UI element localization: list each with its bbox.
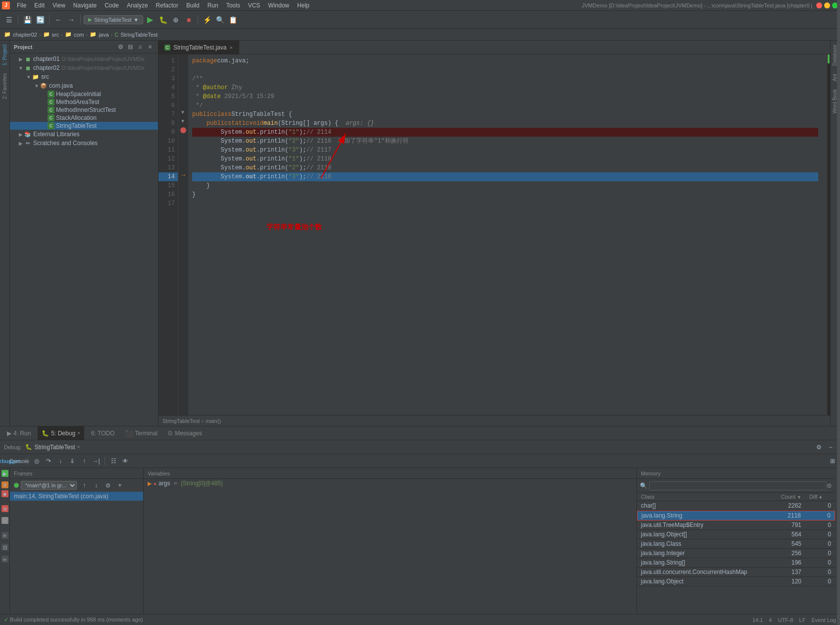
stop-button[interactable]: ■ [183,14,195,26]
menu-window[interactable]: Window [264,0,293,10]
breadcrumb-src[interactable]: src [52,32,59,38]
panel-gear-btn[interactable]: ⚙ [116,43,124,51]
run-to-cursor-btn[interactable]: →| [91,456,102,467]
memory-row-chm[interactable]: java.util.concurrent.ConcurrentHashMap 1… [637,568,835,577]
tree-item-methodarea[interactable]: ▶ C MethodAreaTest [10,98,158,106]
frame-filter-btn[interactable]: ⊘ [103,480,113,491]
frame-up-btn[interactable]: ↑ [79,480,90,491]
status-linesep[interactable]: LF [799,617,806,623]
fold-btn-7[interactable]: ▼ [178,109,185,115]
memory-row-treemap[interactable]: java.util.TreeMap$Entry 791 0 [637,521,835,530]
tree-item-methodinner[interactable]: ▶ C MethodInnerStructTest [10,106,158,114]
memory-row-class[interactable]: java.lang.Class 545 0 [637,539,835,549]
editor-scrollbar[interactable] [822,54,827,415]
status-indent[interactable]: 4 [769,617,772,623]
toolbar-back-btn[interactable]: ← [52,14,64,26]
menu-tools[interactable]: Tools [222,0,244,10]
menu-edit[interactable]: Edit [30,0,49,10]
bottom-tab-run[interactable]: ▶ 4: Run [3,426,35,440]
get-thread-dump-btn[interactable]: ≡ [1,532,8,539]
breadcrumb-com[interactable]: com [74,32,84,38]
tree-item-src[interactable]: ▼ 📁 src [10,72,158,81]
step-into-btn[interactable]: ↓ [55,456,66,467]
left-tab-favorites[interactable]: 2: Favorites [1,69,8,103]
thread-selector[interactable]: *main*@1 in gr... [21,481,77,490]
left-tab-project[interactable]: 1: Project [1,41,8,69]
step-out-btn[interactable]: ↑ [79,456,90,467]
tree-item-stackalloc[interactable]: ▶ C StackAllocation [10,114,158,122]
panel-close-btn[interactable]: × [146,43,154,51]
toolbar-sync-btn[interactable]: 🔄 [34,14,46,26]
menu-run[interactable]: Run [204,0,222,10]
debug-button[interactable]: 🐛 [157,14,169,26]
tree-item-chapter01[interactable]: ▶ ◼ chapter01 D:\IdeaProject\IdeaProject… [10,54,158,63]
run-configuration-selector[interactable]: ▶ StringTableTest ▼ [84,15,143,24]
bottom-tab-terminal[interactable]: ⬛ Terminal [121,426,161,440]
status-eventlog[interactable]: Event Log [811,617,836,623]
mute-breakpoints-btn[interactable]: ○ [1,517,8,524]
var-item-args[interactable]: ▶ ● args = {String[0]@485} [144,479,636,488]
fold-btn-8[interactable]: ▼ [178,118,185,124]
memory-view-btn[interactable]: ⊞ [827,456,838,467]
menu-navigate[interactable]: Navigate [69,0,101,10]
menu-build[interactable]: Build [182,0,204,10]
toolbar-btn-6[interactable]: 🔍 [214,14,226,26]
bottom-tab-todo[interactable]: 6: TODO [87,426,119,440]
tree-item-scratches[interactable]: ▶ ✏ Scratches and Consoles [10,139,158,148]
evaluate-btn[interactable]: ☷ [108,456,119,467]
settings-btn2[interactable]: ∞ [1,556,8,563]
menu-view[interactable]: View [49,0,69,10]
memory-row-objectarr[interactable]: java.lang.Object[] 564 0 [637,530,835,539]
step-over-btn[interactable]: ↷ [43,456,54,467]
debug-session-tab[interactable]: 🐛 StringTableTest × [25,444,80,451]
memory-row-string[interactable]: java.lang.String 2118 0 [637,511,835,521]
toolbar-btn-5[interactable]: ⚡ [201,14,213,26]
debug-settings-btn[interactable]: ⚙ [813,442,824,453]
tree-item-comjava[interactable]: ▼ 📦 com.java [10,81,158,90]
tree-item-extlibs[interactable]: ▶ 📚 External Libraries [10,130,158,139]
editor-tab-stringtable[interactable]: C StringTableTest.java × [158,41,239,54]
breadcrumb-chapter02[interactable]: chapter02 [13,32,37,38]
restore-layout-btn[interactable]: ⊡ [1,544,8,551]
memory-row-char[interactable]: char[] 2262 0 [637,501,835,511]
menu-help[interactable]: Help [293,0,314,10]
debug-session-close[interactable]: × [77,444,80,450]
panel-settings-btn[interactable]: ≡ [136,43,144,51]
panel-layout-btn[interactable]: ⊟ [126,43,134,51]
toolbar-save-btn[interactable]: 💾 [21,14,33,26]
toolbar-menu-btn[interactable]: ☰ [3,14,15,26]
console-tab[interactable]: Console [14,456,25,467]
frame-add-btn[interactable]: + [114,480,125,491]
memory-row-object[interactable]: java.lang.Object 120 0 [637,577,835,586]
memory-row-integer[interactable]: java.lang.Integer 256 0 [637,549,835,558]
memory-search-input[interactable] [649,481,827,490]
menu-refactor[interactable]: Refactor [152,0,182,10]
status-position[interactable]: 14:1 [752,617,763,623]
status-encoding[interactable]: UTF-8 [778,617,793,623]
force-step-into-btn[interactable]: ⇓ [67,456,78,467]
toolbar-forward-btn[interactable]: → [65,14,77,26]
tree-item-chapter02[interactable]: ▼ ◼ chapter02 D:\IdeaProject\IdeaProject… [10,63,158,72]
memory-settings-btn[interactable]: ⚙ [827,482,832,489]
breakpoint-9[interactable] [180,127,186,133]
bottom-tab-messages[interactable]: 0: Messages [164,426,206,440]
bottom-tab-debug[interactable]: 🐛 5: Debug × [38,426,84,440]
breadcrumb-class[interactable]: StringTableTest [120,32,158,38]
debug-tab-close[interactable]: × [77,430,80,436]
menu-file[interactable]: File [13,0,30,10]
pause-btn[interactable]: ⏸ [1,481,8,488]
window-minimize[interactable] [824,2,830,8]
col-diff-header[interactable]: Diff ▲ [805,493,835,501]
view-breakpoints-btn[interactable]: ⊗ [1,505,8,512]
tab-close-btn[interactable]: × [229,45,232,51]
frames-resize-handle[interactable] [837,0,840,625]
frame-down-btn[interactable]: ↓ [91,480,102,491]
menu-analyze[interactable]: Analyze [123,0,152,10]
frame-item-main[interactable]: main:14, StringTableTest (com.java) [10,492,143,501]
breadcrumb-java[interactable]: java [99,32,108,38]
debug-close-btn[interactable]: − [825,442,836,453]
coverage-button[interactable]: ⊕ [170,14,182,26]
tree-item-heapspace[interactable]: ▶ C HeapSpaceInitial [10,90,158,98]
show-exec-point-btn[interactable]: ◎ [31,456,42,467]
col-count-header[interactable]: Count ▼ [766,493,805,501]
